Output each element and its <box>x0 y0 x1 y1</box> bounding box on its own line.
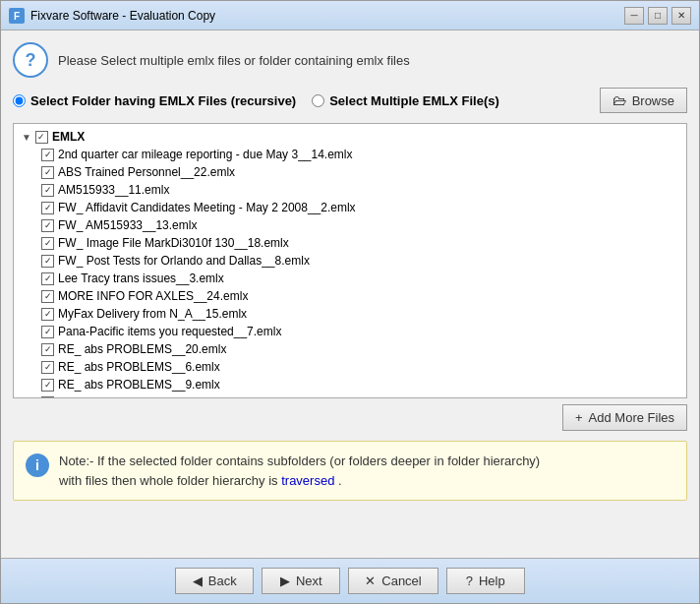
file-checkbox-13[interactable]: ✓ <box>41 379 54 392</box>
next-label: Next <box>296 574 322 588</box>
help-label: Help <box>479 574 505 588</box>
file-tree-container[interactable]: ▼ ✓ EMLX ✓ 2nd quarter car mileage repor… <box>13 123 687 398</box>
tree-file-item[interactable]: ✓ 2nd quarter car mileage reporting - du… <box>18 146 682 163</box>
collapse-icon: ▼ <box>22 132 31 143</box>
app-icon: F <box>9 8 25 24</box>
file-label-13: RE_ abs PROBLEMS__9.emlx <box>58 378 220 392</box>
tree-file-item[interactable]: ✓ ABS Trained Personnel__22.emlx <box>18 163 682 181</box>
window-content: ? Please Select multiple emlx files or f… <box>1 30 699 558</box>
file-label-10: Pana-Pacific items you requested__7.emlx <box>58 325 281 338</box>
file-label-1: ABS Trained Personnel__22.emlx <box>58 165 235 179</box>
radio-folder-label[interactable]: Select Folder having EMLX Files (recursi… <box>13 93 296 108</box>
tree-file-item[interactable]: ✓ RE_ abs PROBLEMS__6.emlx <box>18 358 682 376</box>
main-window: F Fixvare Software - Evaluation Copy ─ □… <box>0 0 700 604</box>
cancel-icon: ✕ <box>365 574 376 588</box>
options-row: Select Folder having EMLX Files (recursi… <box>13 88 687 113</box>
add-more-icon: + <box>575 410 583 425</box>
help-icon: ? <box>13 42 48 78</box>
file-tree: ▼ ✓ EMLX ✓ 2nd quarter car mileage repor… <box>14 124 686 398</box>
footer: ◀ Back ▶ Next ✕ Cancel ? Help <box>1 558 699 603</box>
file-label-2: AM515933__11.emlx <box>58 183 169 197</box>
minimize-button[interactable]: ─ <box>624 7 644 25</box>
header-text: Please Select multiple emlx files or fol… <box>58 53 410 68</box>
tree-file-item[interactable]: ✓ FW_ Affidavit Candidates Meeting - May… <box>18 199 682 216</box>
cancel-button[interactable]: ✕ Cancel <box>348 568 438 594</box>
file-checkbox-8[interactable]: ✓ <box>41 290 54 303</box>
window-title: Fixvare Software - Evaluation Copy <box>30 9 624 23</box>
file-label-8: MORE INFO FOR AXLES__24.emlx <box>58 289 248 303</box>
file-checkbox-11[interactable]: ✓ <box>41 343 54 356</box>
file-label-7: Lee Tracy trans issues__3.emlx <box>58 272 224 285</box>
file-items-container: ✓ 2nd quarter car mileage reporting - du… <box>18 146 682 398</box>
note-box: i Note:- If the selected folder contains… <box>13 441 687 501</box>
browse-icon: 🗁 <box>612 92 626 108</box>
file-checkbox-0[interactable]: ✓ <box>41 149 54 161</box>
radio-folder-text: Select Folder having EMLX Files (recursi… <box>30 93 296 108</box>
file-checkbox-6[interactable]: ✓ <box>41 255 54 268</box>
tree-file-item[interactable]: ✓ FW_ Post Tests for Orlando and Dallas_… <box>18 252 682 270</box>
tree-file-item[interactable]: ✓ RE_ abs PROBLEMS__20.emlx <box>18 340 682 358</box>
file-label-5: FW_ Image File MarkDi3010f 130__18.emlx <box>58 236 289 250</box>
back-icon: ◀ <box>193 574 203 588</box>
file-checkbox-5[interactable]: ✓ <box>41 237 54 250</box>
note-line2-start: with files then whole folder hierarchy i… <box>59 473 278 488</box>
back-button[interactable]: ◀ Back <box>175 568 254 594</box>
tree-file-item[interactable]: ✓ Pana-Pacific items you requested__7.em… <box>18 323 682 340</box>
tree-root-item[interactable]: ▼ ✓ EMLX <box>18 128 682 146</box>
file-label-9: MyFax Delivery from N_A__15.emlx <box>58 307 247 321</box>
file-checkbox-3[interactable]: ✓ <box>41 202 54 214</box>
cancel-label: Cancel <box>381 574 421 588</box>
file-label-11: RE_ abs PROBLEMS__20.emlx <box>58 342 226 356</box>
file-checkbox-14[interactable]: ✓ <box>41 396 54 399</box>
back-label: Back <box>208 574 237 588</box>
file-checkbox-9[interactable]: ✓ <box>41 308 54 321</box>
browse-label: Browse <box>632 93 674 108</box>
file-label-0: 2nd quarter car mileage reporting - due … <box>58 148 353 161</box>
radio-files-label[interactable]: Select Multiple EMLX File(s) <box>312 93 499 108</box>
file-label-12: RE_ abs PROBLEMS__6.emlx <box>58 360 220 374</box>
next-button[interactable]: ▶ Next <box>262 568 340 594</box>
tree-file-item[interactable]: ✓ Lee Tracy trans issues__3.emlx <box>18 270 682 287</box>
radio-files-text: Select Multiple EMLX File(s) <box>329 93 499 108</box>
svg-text:F: F <box>14 11 20 22</box>
restore-button[interactable]: □ <box>648 7 668 25</box>
help-button[interactable]: ? Help <box>446 568 525 594</box>
browse-button[interactable]: 🗁 Browse <box>600 88 687 113</box>
file-label-6: FW_ Post Tests for Orlando and Dallas__8… <box>58 254 310 268</box>
root-checkbox[interactable]: ✓ <box>35 131 48 144</box>
tree-file-item[interactable]: ✓ FW_ AM515933__13.emlx <box>18 216 682 234</box>
file-checkbox-7[interactable]: ✓ <box>41 272 54 285</box>
help-icon: ? <box>466 574 473 588</box>
file-checkbox-4[interactable]: ✓ <box>41 219 54 232</box>
note-highlight: traversed <box>281 473 334 488</box>
add-more-button[interactable]: + Add More Files <box>562 404 687 431</box>
radio-group: Select Folder having EMLX Files (recursi… <box>13 93 499 108</box>
note-text: Note:- If the selected folder contains s… <box>59 452 540 490</box>
file-checkbox-1[interactable]: ✓ <box>41 166 54 179</box>
file-label-14: Re_ AM515933__21.emlx <box>58 395 194 398</box>
tree-file-item[interactable]: ✓ FW_ Image File MarkDi3010f 130__18.eml… <box>18 234 682 252</box>
tree-file-item[interactable]: ✓ MyFax Delivery from N_A__15.emlx <box>18 305 682 323</box>
header-row: ? Please Select multiple emlx files or f… <box>13 42 687 78</box>
root-label: EMLX <box>52 130 85 144</box>
add-more-row: + Add More Files <box>13 404 687 431</box>
radio-folder[interactable] <box>13 94 26 107</box>
tree-file-item[interactable]: ✓ RE_ abs PROBLEMS__9.emlx <box>18 376 682 393</box>
tree-file-item[interactable]: ✓ MORE INFO FOR AXLES__24.emlx <box>18 287 682 305</box>
title-bar: F Fixvare Software - Evaluation Copy ─ □… <box>1 1 699 30</box>
file-label-3: FW_ Affidavit Candidates Meeting - May 2… <box>58 201 356 214</box>
radio-files[interactable] <box>312 94 324 107</box>
add-more-label: Add More Files <box>589 410 674 425</box>
next-icon: ▶ <box>280 574 290 588</box>
note-line2-end: . <box>338 473 342 488</box>
title-controls: ─ □ ✕ <box>624 7 691 25</box>
close-button[interactable]: ✕ <box>671 7 691 25</box>
file-checkbox-2[interactable]: ✓ <box>41 184 54 197</box>
file-checkbox-12[interactable]: ✓ <box>41 361 54 374</box>
tree-file-item[interactable]: ✓ AM515933__11.emlx <box>18 181 682 199</box>
note-info-icon: i <box>26 453 49 477</box>
note-line1: Note:- If the selected folder contains s… <box>59 453 540 468</box>
file-checkbox-10[interactable]: ✓ <box>41 326 54 338</box>
file-label-4: FW_ AM515933__13.emlx <box>58 218 197 232</box>
tree-file-item[interactable]: ✓ Re_ AM515933__21.emlx <box>18 393 682 398</box>
